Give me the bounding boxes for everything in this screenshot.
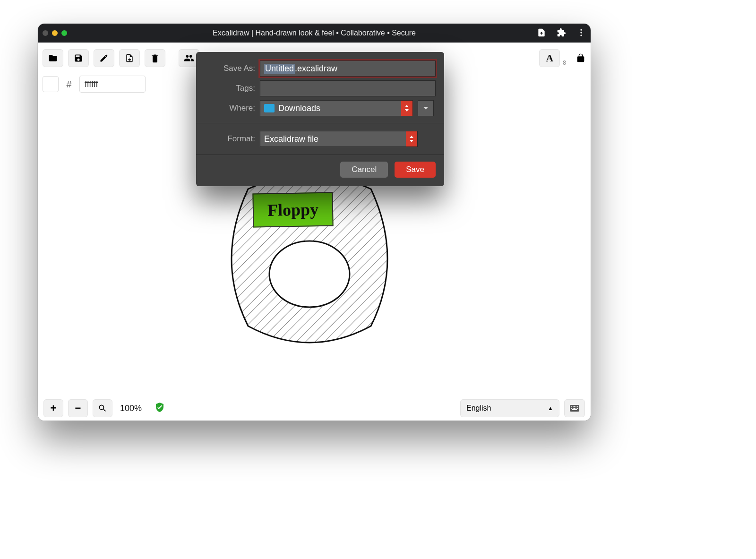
svg-point-6 [269,241,350,307]
minimize-window-button[interactable] [52,30,58,36]
sticky-note[interactable]: Floppy [252,192,333,228]
save-button[interactable] [68,49,89,67]
keyboard-shortcuts-button[interactable] [564,399,585,417]
page-title: Excalidraw | Hand-drawn look & feel • Co… [38,29,591,37]
save-as-label: Save As: [201,64,255,73]
download-file-icon[interactable] [537,28,546,39]
language-label: English [466,404,491,413]
zoom-reset-button[interactable] [93,399,112,417]
background-color-swatch[interactable] [43,76,59,92]
chevron-updown-icon [401,101,412,116]
where-select[interactable]: Downloads [260,100,413,116]
save-dialog: Save As: Untitled.excalidraw Tags: Where… [196,52,444,186]
app-window: Excalidraw | Hand-drawn look & feel • Co… [38,24,591,421]
caret-up-icon: ▲ [548,405,553,412]
cancel-button[interactable]: Cancel [340,162,388,178]
format-label: Format: [201,134,255,144]
text-tool-button[interactable]: A [539,49,560,67]
filename-selected-part: Untitled [264,64,295,74]
save-as-input[interactable]: Untitled.excalidraw [260,60,436,77]
hash-label: # [62,79,76,90]
zoom-window-button[interactable] [61,30,67,36]
expand-browser-button[interactable] [418,100,434,116]
tags-input[interactable] [260,80,436,96]
format-select[interactable]: Excalidraw file [260,131,418,147]
where-label: Where: [201,103,255,113]
svg-point-1 [580,32,582,33]
folder-icon [264,104,275,112]
language-selector[interactable]: English ▲ [460,399,559,417]
extensions-icon[interactable] [557,28,566,39]
secure-shield-icon [154,402,165,415]
format-value: Excalidraw file [264,134,318,144]
export-button[interactable] [119,49,140,67]
titlebar-actions [537,28,586,39]
zoom-out-button[interactable]: − [68,399,88,417]
zoom-level: 100% [120,404,142,413]
window-controls [43,30,67,36]
delete-button[interactable] [145,49,165,67]
save-dialog-button[interactable]: Save [395,162,436,178]
tool-slot-number: 8 [563,60,566,67]
tags-label: Tags: [201,84,255,93]
svg-point-2 [580,34,582,36]
svg-point-0 [580,29,582,30]
where-value: Downloads [278,103,320,113]
bottom-bar: + − 100% English ▲ [38,396,591,421]
more-menu-icon[interactable] [576,28,586,39]
close-window-button[interactable] [43,30,48,36]
sticky-note-text: Floppy [267,199,319,220]
titlebar: Excalidraw | Hand-drawn look & feel • Co… [38,24,591,43]
edit-button[interactable] [94,49,114,67]
chevron-updown-icon [406,131,417,146]
lock-toggle[interactable] [576,53,586,63]
zoom-in-button[interactable]: + [43,399,63,417]
filename-ext: .excalidraw [295,64,337,74]
open-button[interactable] [43,49,63,67]
background-color-input[interactable] [79,76,146,93]
